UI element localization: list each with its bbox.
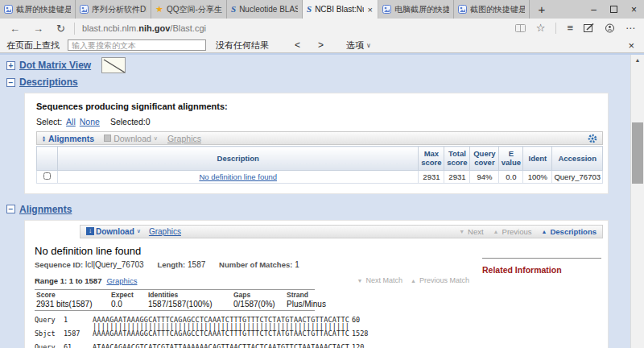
find-label: 在页面上查找: [6, 39, 60, 52]
alignments-panel: ↓ Download ∨ Graphics ▼ Next ▲ Previous …: [24, 220, 609, 348]
favorites-star-icon[interactable]: ☆: [536, 23, 546, 33]
window-controls: – ×: [584, 0, 644, 19]
query-sequence: ATAACAGAACGTCATCGTATTAAAAAACAGTTAACTTACT…: [93, 344, 345, 348]
tab-nucleotide-blast[interactable]: S Nucleotide BLAST: Ali: [227, 0, 303, 19]
checkbox-column-header: [37, 147, 58, 171]
score-value: 2931 bits(1587): [36, 299, 111, 309]
identities-header: Identities: [148, 291, 233, 299]
alignments-table: Description Max score Total score Query …: [36, 146, 603, 184]
page-favicon-icon: [382, 5, 391, 14]
page-scrollbar[interactable]: ▲: [630, 55, 644, 348]
tab-capture-shortcut[interactable]: 截图的快捷键是什么-: [454, 0, 530, 19]
dot-matrix-view-link[interactable]: Dot Matrix View: [19, 60, 91, 71]
sequence-id-value: lcl|Query_76703: [85, 260, 144, 269]
max-score-header[interactable]: Max score: [419, 147, 444, 171]
hit-description-link[interactable]: No definition line found: [199, 172, 277, 181]
alignment-nav: ▼ Next ▲ Previous ▲ Descriptions: [459, 227, 597, 236]
query-cover-header[interactable]: Query cover: [470, 147, 499, 171]
page-favicon-icon: [80, 5, 89, 14]
related-information-heading: Related Information: [482, 258, 601, 275]
descriptions-jump-button[interactable]: Descriptions: [550, 227, 597, 236]
back-icon[interactable]: ←: [10, 23, 20, 35]
tab-dnaman[interactable]: 序列分析软件DNAMA: [76, 0, 151, 19]
settings-gear-icon[interactable]: [588, 134, 597, 143]
web-note-icon[interactable]: [584, 23, 594, 33]
next-button-disabled[interactable]: Next: [468, 227, 484, 236]
qzone-star-icon: ★: [155, 5, 163, 14]
find-input[interactable]: [68, 39, 206, 51]
collapse-icon[interactable]: −: [6, 78, 15, 87]
close-button[interactable]: ×: [624, 0, 644, 19]
graphics-button-disabled[interactable]: Graphics: [167, 134, 201, 143]
descriptions-link[interactable]: Descriptions: [19, 77, 78, 88]
select-all-link[interactable]: All: [66, 117, 76, 126]
row-checkbox[interactable]: [43, 172, 51, 180]
scroll-up-icon[interactable]: ▲: [631, 55, 644, 63]
maximize-button[interactable]: [604, 0, 624, 19]
strand-value: Plus/Minus: [287, 299, 326, 309]
collapse-icon[interactable]: −: [6, 205, 15, 213]
previous-button-disabled[interactable]: Previous: [502, 227, 532, 236]
e-value-header[interactable]: E value: [499, 147, 523, 171]
url-field[interactable]: blast.ncbi.nlm.nih.gov/Blast.cgi: [82, 23, 206, 33]
range-graphics-link[interactable]: Graphics: [106, 276, 137, 285]
previous-match-disabled[interactable]: Previous Match: [419, 276, 469, 284]
blast-results-page: ▲ + Dot Matrix View − Descriptions Seque…: [0, 53, 644, 348]
download-button[interactable]: Download: [96, 227, 134, 236]
tab-close-icon[interactable]: ×: [367, 5, 374, 14]
accession-header[interactable]: Accession: [552, 147, 603, 171]
divider: [74, 23, 75, 35]
score-table: Score Expect Identities Gaps Strand 2931…: [35, 289, 315, 311]
find-bar: 在页面上查找 没有任何结果 < > 选项∨ ×: [0, 38, 644, 53]
subject-sequence: AAAAGAATAAAGGCATTTCAGAGCCTCAAATCTTTGTTTC…: [93, 330, 345, 338]
chevron-down-icon: ∨: [366, 42, 371, 49]
forward-icon[interactable]: →: [33, 23, 43, 35]
page-favicon-icon: [4, 5, 13, 14]
expand-icon[interactable]: +: [6, 61, 15, 70]
dot-matrix-section-header: + Dot Matrix View: [6, 57, 644, 73]
strand-header: Strand: [287, 291, 326, 299]
find-previous-icon[interactable]: <: [295, 39, 300, 51]
dot-matrix-thumbnail[interactable]: [101, 57, 126, 73]
find-close-icon[interactable]: ×: [628, 39, 634, 52]
description-header[interactable]: Description: [58, 147, 419, 171]
graphics-button[interactable]: Graphics: [149, 227, 181, 236]
hub-icon[interactable]: ≡: [567, 23, 573, 33]
new-tab-button[interactable]: +: [530, 0, 554, 19]
ident-header[interactable]: Ident: [523, 147, 552, 171]
tab-qzone[interactable]: ★ QQ空间-分享生活，留: [151, 0, 227, 19]
alignments-link[interactable]: Alignments: [19, 204, 72, 215]
tab-screenshot-shortcut[interactable]: 截屏的快捷键是什么: [0, 0, 76, 19]
more-actions-icon[interactable]: ⋯: [625, 23, 636, 33]
divider: [555, 23, 556, 34]
match-nav: ▼ Next Match ▲ Previous Match: [357, 276, 469, 284]
next-match-disabled[interactable]: Next Match: [366, 276, 403, 284]
query-cover-value: 94%: [470, 170, 499, 183]
total-score-header[interactable]: Total score: [444, 147, 470, 171]
select-label: Select:: [36, 117, 62, 126]
tab-pc-screenshot[interactable]: 电脑截屏的快捷键是什: [378, 0, 454, 19]
expect-header: Expect: [111, 291, 148, 299]
download-button-disabled[interactable]: Download: [114, 134, 151, 143]
up-triangle-icon: ▲: [542, 229, 547, 234]
sort-arrows-icon: ▲▼: [42, 135, 46, 142]
identities-value: 1587/1587(100%): [148, 299, 233, 309]
reading-view-icon[interactable]: [515, 23, 526, 33]
scrollbar-thumb[interactable]: [632, 122, 643, 184]
select-none-link[interactable]: None: [80, 117, 100, 126]
refresh-icon[interactable]: ↻: [56, 23, 65, 35]
tab-title: Nucleotide BLAST: Ali: [239, 5, 298, 14]
find-next-icon[interactable]: >: [318, 39, 324, 51]
down-triangle-icon: ▼: [459, 229, 464, 234]
ncbi-icon: S: [231, 5, 236, 14]
alignments-toolbar-button[interactable]: Alignments: [48, 134, 94, 143]
alignments-section-header: − Alignments: [6, 204, 644, 215]
minimize-button[interactable]: –: [584, 0, 604, 19]
selected-count: Selected:0: [110, 117, 151, 126]
table-row: No definition line found 2931 2931 94% 0…: [37, 170, 603, 183]
share-icon[interactable]: [605, 23, 615, 33]
e-value-value: 0.0: [499, 170, 523, 183]
find-options-button[interactable]: 选项∨: [346, 39, 371, 52]
tab-title: QQ空间-分享生活，留: [167, 4, 222, 15]
tab-ncbi-blast-active[interactable]: S NCBI Blast:Nucleot ×: [303, 0, 378, 19]
